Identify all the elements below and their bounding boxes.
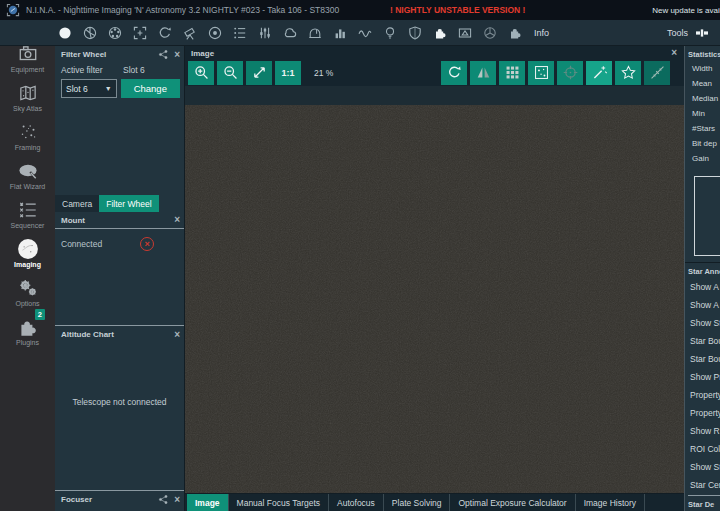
sidebar-label: Flat Wizard [10, 183, 45, 190]
annotation-option-label: Star Cen [685, 476, 720, 494]
left-dock-panel: Filter Wheel × Active filter Slot 6 Slot… [55, 46, 185, 511]
histogram-icon[interactable] [332, 25, 348, 41]
filter-wheel-panel: Filter Wheel × Active filter Slot 6 Slot… [55, 46, 184, 212]
annotation-option-label: Show A [685, 278, 720, 296]
sidebar-label: Framing [15, 144, 41, 151]
plugin-icon[interactable] [432, 25, 448, 41]
close-icon[interactable]: × [174, 50, 180, 60]
rotate-image-button[interactable] [441, 61, 467, 85]
sidebar-item-sky-atlas[interactable]: Sky Atlas [0, 73, 55, 112]
stat-label: Bit dep [685, 136, 720, 151]
tab-camera[interactable]: Camera [55, 195, 99, 212]
annotation-option-label: Property [685, 386, 720, 404]
guiding-graph-icon[interactable] [357, 25, 373, 41]
dome-icon[interactable] [307, 25, 323, 41]
rotator-icon[interactable] [157, 25, 173, 41]
tab-manual-focus-targets[interactable]: Manual Focus Targets [229, 494, 329, 511]
current-slot-value: Slot 6 [123, 65, 145, 75]
window-title: N.I.N.A. - Nighttime Imaging 'N' Astrono… [26, 5, 339, 15]
connector-icon[interactable] [158, 494, 169, 505]
tools-icon[interactable] [694, 25, 710, 41]
tab-plate-solving[interactable]: Plate Solving [384, 494, 451, 511]
info-plugin-icon[interactable] [507, 25, 523, 41]
navigation-sidebar: Equipment Sky Atlas Framing [0, 46, 55, 511]
one-to-one-zoom-button[interactable]: 1:1 [275, 61, 301, 85]
tab-image[interactable]: Image [187, 494, 229, 511]
focuser-icon[interactable] [132, 25, 148, 41]
image-panel: Image × 1:1 21 % [185, 46, 684, 511]
star-detect-button[interactable] [615, 61, 641, 85]
tab-optimal-exposure-calculator[interactable]: Optimal Exposure Calculator [450, 494, 575, 511]
stat-label: Mean [685, 76, 720, 91]
stat-label: #Stars [685, 121, 720, 136]
nina-logo-icon [6, 3, 20, 17]
change-filter-button[interactable]: Change [121, 79, 180, 98]
zoom-in-button[interactable] [188, 61, 214, 85]
sidebar-item-options[interactable]: Options [0, 268, 55, 307]
sequencer-icon [17, 199, 39, 221]
stat-label: Width [685, 61, 720, 76]
equipment-icon [17, 46, 39, 65]
weather-cloud-icon[interactable] [282, 25, 298, 41]
close-icon[interactable]: × [174, 330, 180, 340]
disconnected-status-icon: × [140, 237, 154, 251]
mount-connected-label: Connected [61, 239, 102, 249]
equipment-toolbar: Info Tools [0, 20, 720, 46]
connector-icon[interactable] [158, 49, 169, 60]
fan-icon[interactable] [482, 25, 498, 41]
zoom-out-button[interactable] [217, 61, 243, 85]
tab-filter-wheel[interactable]: Filter Wheel [99, 195, 158, 212]
camera-icon[interactable] [57, 25, 73, 41]
satellite-trail-button[interactable] [644, 61, 670, 85]
bulb-icon[interactable] [382, 25, 398, 41]
flip-image-button[interactable] [470, 61, 496, 85]
sidebar-item-framing[interactable]: Framing [0, 112, 55, 151]
sidebar-item-equipment[interactable]: Equipment [0, 46, 55, 73]
annotation-option-label: Show St [685, 314, 720, 332]
plugins-count-badge: 2 [35, 309, 45, 320]
close-icon[interactable]: × [174, 215, 180, 225]
sidebar-label: Imaging [14, 261, 41, 268]
annotation-option-label: Show R [685, 422, 720, 440]
stat-label: Median [685, 91, 720, 106]
close-icon[interactable]: × [174, 495, 180, 505]
sidebar-item-sequencer[interactable]: Sequencer [0, 190, 55, 229]
annotation-option-label: Star Bou [685, 332, 720, 350]
mount-panel: Mount × Connected × [55, 212, 184, 325]
star-annotation-button[interactable] [528, 61, 554, 85]
imaging-bottom-tabs: Image Manual Focus Targets Autofocus Pla… [185, 493, 684, 511]
grid-overlay-button[interactable] [499, 61, 525, 85]
title-bar: N.I.N.A. - Nighttime Imaging 'N' Astrono… [0, 0, 720, 20]
switch-icon[interactable] [257, 25, 273, 41]
tab-image-history[interactable]: Image History [576, 494, 645, 511]
shutter-icon[interactable] [82, 25, 98, 41]
annotation-option-label: Property [685, 404, 720, 422]
filter-wheel-icon[interactable] [107, 25, 123, 41]
device-tabs: Camera Filter Wheel [55, 195, 184, 212]
focuser-panel-title: Focuser [61, 495, 92, 504]
tools-label[interactable]: Tools [667, 28, 688, 38]
auto-stretch-wand-button[interactable] [586, 61, 612, 85]
sequence-icon[interactable] [232, 25, 248, 41]
stat-label: Gain [685, 151, 720, 166]
crosshair-button[interactable] [557, 61, 583, 85]
sidebar-item-flat-wizard[interactable]: Flat Wizard [0, 151, 55, 190]
info-label: Info [534, 28, 549, 38]
safety-monitor-shield-icon[interactable] [407, 25, 423, 41]
fit-to-screen-button[interactable] [246, 61, 272, 85]
nightly-warning-text: ! NIGHTLY UNSTABLE VERSION ! [390, 5, 525, 15]
telescope-icon[interactable] [182, 25, 198, 41]
sidebar-label: Equipment [11, 66, 44, 73]
sidebar-item-imaging[interactable]: Imaging [0, 229, 55, 268]
close-icon[interactable]: × [671, 48, 677, 58]
guider-icon[interactable] [207, 25, 223, 41]
focuser-panel: Focuser × [55, 490, 184, 511]
flat-panel-icon[interactable] [457, 25, 473, 41]
statistics-panel-title: Statistics [685, 46, 720, 61]
update-notice[interactable]: New update is availa [652, 6, 720, 15]
filter-select-dropdown[interactable]: Slot 6 ▼ [61, 79, 117, 98]
tab-autofocus[interactable]: Autofocus [329, 494, 384, 511]
star-detection-panel-title: Star De [685, 496, 720, 511]
captured-image-canvas[interactable] [185, 105, 684, 493]
sidebar-item-plugins[interactable]: 2 Plugins [0, 307, 55, 346]
